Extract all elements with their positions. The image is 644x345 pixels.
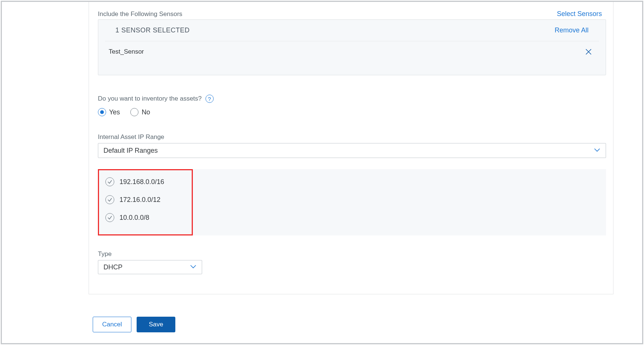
include-sensors-label: Include the Following Sensors <box>98 10 182 18</box>
cancel-button[interactable]: Cancel <box>93 317 131 332</box>
select-sensors-link[interactable]: Select Sensors <box>557 10 602 18</box>
ip-range-item: 172.16.0.0/12 <box>105 195 599 204</box>
ip-range-selected-value: Default IP Ranges <box>103 147 158 155</box>
radio-indicator <box>130 108 138 116</box>
form-actions: Cancel Save <box>93 317 175 332</box>
ip-range-value: 172.16.0.0/12 <box>119 196 160 204</box>
check-circle-icon <box>105 195 114 204</box>
chevron-down-icon <box>190 264 197 270</box>
inventory-radio-group: Yes No <box>98 108 150 116</box>
remove-all-link[interactable]: Remove All <box>555 26 589 34</box>
chevron-down-icon <box>594 147 600 154</box>
radio-label-no: No <box>141 108 150 116</box>
type-label: Type <box>98 250 112 258</box>
save-button[interactable]: Save <box>137 317 175 332</box>
remove-sensor-button[interactable] <box>585 48 595 56</box>
close-icon <box>585 48 592 56</box>
type-select[interactable]: DHCP <box>98 260 202 274</box>
help-icon[interactable]: ? <box>205 95 214 103</box>
ip-range-label: Internal Asset IP Range <box>98 133 164 141</box>
radio-indicator <box>98 108 106 116</box>
ip-range-select[interactable]: Default IP Ranges <box>98 143 606 158</box>
check-circle-icon <box>105 213 114 222</box>
type-selected-value: DHCP <box>103 263 122 271</box>
inventory-radio-yes[interactable]: Yes <box>98 108 120 116</box>
selected-sensors-box: 1 SENSOR SELECTED Remove All Test_Sensor <box>98 19 606 75</box>
sensor-row: Test_Sensor <box>98 41 606 56</box>
ip-range-value: 10.0.0.0/8 <box>119 214 149 222</box>
sensor-name: Test_Sensor <box>109 48 144 56</box>
ip-range-item: 10.0.0.0/8 <box>105 213 599 222</box>
selected-sensors-header: 1 SENSOR SELECTED Remove All <box>105 20 599 41</box>
ip-range-value: 192.168.0.0/16 <box>119 178 164 186</box>
selected-sensors-count: 1 SENSOR SELECTED <box>115 26 190 34</box>
inventory-radio-no[interactable]: No <box>130 108 150 116</box>
check-circle-icon <box>105 177 114 186</box>
ip-range-list-box: 192.168.0.0/16 172.16.0.0/12 10.0.0.0/8 <box>98 169 606 235</box>
ip-range-item: 192.168.0.0/16 <box>105 177 599 186</box>
inventory-question-label: Do you want to inventory the assets? <box>98 95 202 102</box>
radio-label-yes: Yes <box>109 108 120 116</box>
page-frame: Include the Following Sensors Select Sen… <box>1 1 643 344</box>
inventory-question-row: Do you want to inventory the assets? ? <box>98 95 214 103</box>
